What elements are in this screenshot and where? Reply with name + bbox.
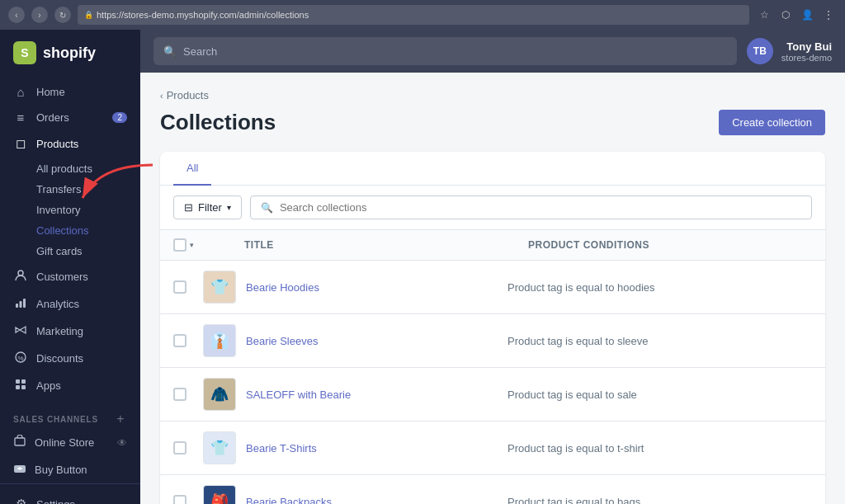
sales-channels-section-label: SALES CHANNELS +: [0, 403, 140, 429]
sidebar-item-gift-cards[interactable]: Gift cards: [0, 241, 140, 261]
sidebar-item-products[interactable]: ◻ Products: [0, 130, 140, 157]
lock-icon: 🔒: [84, 11, 93, 19]
sidebar-item-buy-button[interactable]: Buy Button: [0, 456, 140, 483]
tab-all[interactable]: All: [173, 152, 211, 186]
browser-chrome: ‹ › ↻ 🔒 https://stores-demo.myshopify.co…: [0, 0, 845, 30]
browser-refresh-btn[interactable]: ↻: [54, 7, 71, 23]
products-submenu: All products Transfers Inventory Collect…: [0, 157, 140, 263]
url-text: https://stores-demo.myshopify.com/admin/…: [97, 10, 309, 20]
table-row[interactable]: 👕 Bearie Hoodies Product tag is equal to…: [160, 261, 825, 314]
row-checkbox-2: [173, 334, 203, 347]
sidebar-item-apps[interactable]: Apps: [0, 372, 140, 399]
user-section: TB Tony Bui stores-demo: [747, 38, 832, 64]
row-check-2[interactable]: [173, 334, 186, 347]
sidebar-item-analytics[interactable]: Analytics: [0, 290, 140, 318]
online-store-view-btn[interactable]: 👁: [117, 437, 127, 449]
table-row[interactable]: 👔 Bearie Sleeves Product tag is equal to…: [160, 314, 825, 368]
sidebar-item-all-products[interactable]: All products: [0, 158, 140, 179]
settings-icon: ⚙: [13, 497, 28, 504]
sidebar-item-customers[interactable]: Customers: [0, 263, 140, 290]
sidebar-item-inventory[interactable]: Inventory: [0, 200, 140, 220]
collections-card: All ⊟ Filter ▾ 🔍: [160, 152, 825, 504]
shopify-brand[interactable]: S shopify: [0, 30, 140, 76]
main-content: 🔍 Search TB Tony Bui stores-demo ‹ Produ…: [140, 30, 845, 504]
table-row[interactable]: 🧥 SALEOFF with Bearie Product tag is equ…: [160, 368, 825, 422]
bookmark-btn[interactable]: ☆: [756, 7, 772, 23]
add-sales-channel-btn[interactable]: +: [114, 412, 127, 426]
svg-point-0: [18, 271, 23, 276]
select-all-checkbox[interactable]: [173, 238, 186, 252]
sidebar-item-marketing[interactable]: Marketing: [0, 318, 140, 345]
collection-link-5[interactable]: Bearie Backpacks: [246, 496, 332, 505]
sidebar-item-online-store[interactable]: Online Store 👁: [0, 429, 140, 456]
online-store-icon: [13, 435, 26, 450]
menu-btn[interactable]: ⋮: [820, 7, 837, 23]
shopify-brand-text: shopify: [43, 45, 96, 62]
svg-text:%: %: [18, 355, 24, 362]
collection-link-2[interactable]: Bearie Sleeves: [246, 335, 318, 347]
sales-channels-text: SALES CHANNELS: [13, 415, 98, 424]
tabs-bar: All: [160, 152, 825, 186]
customers-nav-label: Customers: [36, 271, 88, 283]
row-conditions-3: Product tag is equal to sale: [507, 389, 812, 401]
svg-rect-2: [20, 301, 22, 308]
sidebar-item-collections[interactable]: Collections: [0, 220, 140, 241]
search-collections-input[interactable]: [280, 201, 801, 214]
product-thumb-2: 👔: [203, 324, 236, 357]
avatar[interactable]: TB: [747, 38, 773, 64]
create-collection-button[interactable]: Create collection: [719, 110, 825, 135]
select-chevron-icon[interactable]: ▾: [190, 241, 194, 249]
sidebar-item-products-label: Products: [36, 138, 78, 150]
apps-nav-label: Apps: [36, 379, 61, 392]
breadcrumb-products-link[interactable]: Products: [167, 89, 209, 101]
orders-badge: 2: [112, 112, 127, 123]
filter-chevron-icon: ▾: [227, 203, 231, 212]
sidebar-item-discounts[interactable]: % Discounts: [0, 345, 140, 372]
sidebar-item-transfers[interactable]: Transfers: [0, 179, 140, 200]
user-btn[interactable]: 👤: [799, 7, 815, 23]
online-store-label: Online Store: [35, 436, 94, 449]
analytics-nav-label: Analytics: [36, 298, 79, 310]
sidebar-settings: ⚙ Settings: [0, 483, 140, 504]
collection-link-1[interactable]: Bearie Hoodies: [246, 281, 319, 294]
extensions-btn[interactable]: ⬡: [777, 7, 794, 23]
table-header: ▾ Title Product conditions: [160, 230, 825, 261]
gift-cards-label: Gift cards: [36, 245, 83, 257]
sidebar-item-home[interactable]: ⌂ Home: [0, 79, 140, 105]
row-check-1[interactable]: [173, 280, 186, 294]
row-conditions-1: Product tag is equal to hoodies: [507, 281, 812, 294]
row-conditions-5: Product tag is equal to bags: [507, 496, 812, 505]
search-box[interactable]: 🔍 Search: [153, 37, 737, 65]
shopify-logo: S: [13, 41, 36, 64]
row-checkbox-5: [173, 495, 203, 504]
filter-button[interactable]: ⊟ Filter ▾: [173, 195, 242, 219]
user-initials: TB: [753, 45, 767, 57]
row-title-2: 👔 Bearie Sleeves: [203, 324, 507, 357]
breadcrumb: ‹ Products: [160, 89, 825, 101]
discounts-icon: %: [13, 351, 28, 366]
row-check-4[interactable]: [173, 441, 186, 455]
collection-link-3[interactable]: SALEOFF with Bearie: [246, 389, 351, 401]
collections-table: 👕 Bearie Hoodies Product tag is equal to…: [160, 261, 825, 504]
browser-back-btn[interactable]: ‹: [8, 7, 25, 23]
collection-link-4[interactable]: Bearie T-Shirts: [246, 442, 317, 455]
product-thumb-3: 🧥: [203, 378, 236, 411]
sidebar-item-settings[interactable]: ⚙ Settings: [0, 491, 140, 504]
orders-icon: ≡: [13, 111, 28, 125]
table-row[interactable]: 👕 Bearie T-Shirts Product tag is equal t…: [160, 422, 825, 475]
row-checkbox-1: [173, 280, 203, 294]
table-row[interactable]: 🎒 Bearie Backpacks Product tag is equal …: [160, 475, 825, 504]
thumb-emoji-3: 🧥: [210, 387, 229, 402]
row-check-3[interactable]: [173, 388, 186, 401]
breadcrumb-chevron-icon: ‹: [160, 91, 163, 101]
search-collections-box[interactable]: 🔍: [250, 195, 812, 219]
user-info: Tony Bui stores-demo: [781, 40, 832, 63]
sidebar-item-orders[interactable]: ≡ Orders 2: [0, 105, 140, 130]
th-checkbox: ▾: [173, 238, 203, 252]
svg-rect-9: [21, 385, 26, 389]
user-store: stores-demo: [781, 53, 832, 63]
row-check-5[interactable]: [173, 495, 186, 504]
browser-forward-btn[interactable]: ›: [31, 7, 48, 23]
th-title: Title: [203, 239, 528, 251]
row-checkbox-4: [173, 441, 203, 455]
